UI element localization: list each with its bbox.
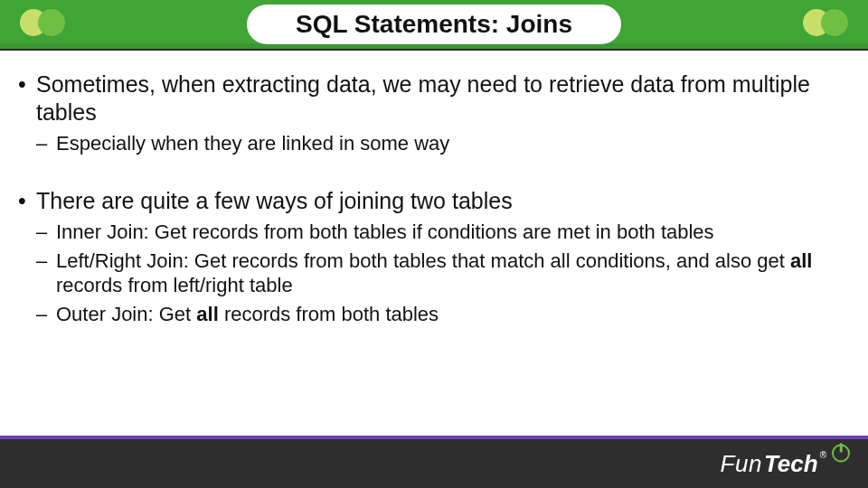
sub-2-bold: all xyxy=(790,249,812,272)
sub-2-prefix: Left/Right Join: Get records from both t… xyxy=(56,249,790,272)
power-icon xyxy=(832,444,850,462)
bullet-2-sub-3: Outer Join: Get all records from both ta… xyxy=(36,302,852,327)
bullet-1: Sometimes, when extracting data, we may … xyxy=(16,70,852,156)
bullet-1-sub-1: Especially when they are linked in some … xyxy=(36,131,852,156)
bullet-1-text: Sometimes, when extracting data, we may … xyxy=(36,71,810,125)
funtech-logo: FunTech ® xyxy=(721,450,850,478)
bullet-2-sub-1: Inner Join: Get records from both tables… xyxy=(36,220,852,245)
slide-body: Sometimes, when extracting data, we may … xyxy=(0,51,868,326)
decorative-circles-left xyxy=(20,9,65,36)
sub-1-text: Inner Join: Get records from both tables… xyxy=(56,221,714,243)
sub-3-suffix: records from both tables xyxy=(219,303,439,325)
footer-bar: FunTech ® xyxy=(0,439,868,488)
header-banner: SQL Statements: Joins xyxy=(0,0,868,51)
logo-registered: ® xyxy=(820,450,826,460)
bullet-2: There are quite a few ways of joining tw… xyxy=(16,187,852,327)
logo-part-tech: Tech xyxy=(764,450,818,478)
logo-part-fun: Fun xyxy=(721,450,762,478)
sub-2-suffix: records from left/right table xyxy=(56,274,293,296)
decorative-circles-right xyxy=(803,9,848,36)
bullet-2-sub-2: Left/Right Join: Get records from both t… xyxy=(36,249,852,298)
sub-3-bold: all xyxy=(196,303,218,325)
sub-3-prefix: Outer Join: Get xyxy=(56,303,196,325)
slide-title: SQL Statements: Joins xyxy=(247,5,621,44)
bullet-2-text: There are quite a few ways of joining tw… xyxy=(36,188,513,213)
